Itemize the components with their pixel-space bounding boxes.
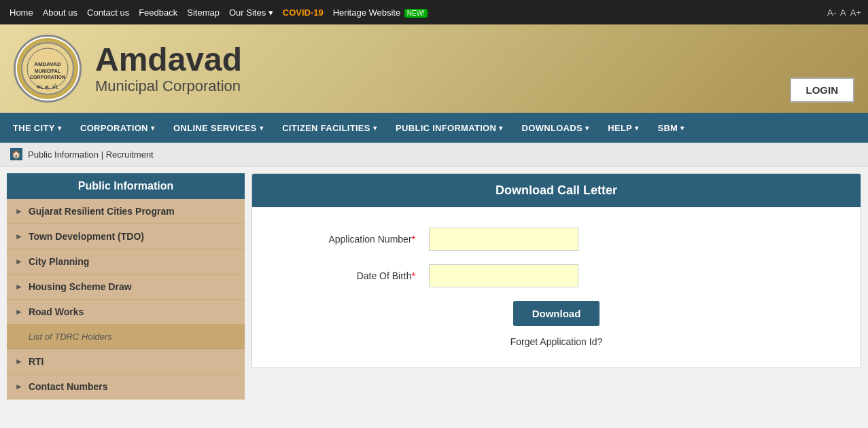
nav-feedback[interactable]: Feedback bbox=[136, 7, 180, 18]
chevron-right-icon: ► bbox=[15, 257, 23, 266]
chevron-right-icon: ► bbox=[15, 307, 23, 317]
nav-public-information[interactable]: PUBLIC INFORMATION ▾ bbox=[386, 113, 512, 143]
nav-covid[interactable]: COVID-19 bbox=[280, 7, 326, 18]
nav-the-city[interactable]: THE CITY ▾ bbox=[3, 113, 71, 143]
main-navigation: THE CITY ▾ CORPORATION ▾ ONLINE SERVICES… bbox=[0, 113, 868, 143]
sidebar-item-town-development[interactable]: ► Town Development (TDO) bbox=[7, 224, 245, 249]
date-of-birth-label: Date Of Birth* bbox=[279, 270, 415, 281]
application-number-row: Application Number* bbox=[279, 228, 833, 251]
nav-about[interactable]: About us bbox=[40, 7, 80, 18]
form-card: Download Call Letter Application Number*… bbox=[251, 173, 861, 368]
sidebar-item-label: Road Works bbox=[29, 306, 84, 317]
logo-inner: AMDAVAD MUNICIPAL CORPORATION અ. મ. કો. bbox=[17, 38, 78, 99]
svg-text:અ. મ. કો.: અ. મ. કો. bbox=[36, 84, 58, 90]
sidebar-item-city-planning[interactable]: ► City Planning bbox=[7, 249, 245, 274]
nav-heritage[interactable]: Heritage Website NEW! bbox=[330, 7, 430, 18]
required-marker: * bbox=[412, 270, 415, 281]
org-name: Amdavad bbox=[95, 42, 242, 78]
svg-text:AMDAVAD: AMDAVAD bbox=[34, 61, 61, 67]
forget-application-link[interactable]: Forget Application Id? bbox=[279, 336, 833, 347]
sidebar: Public Information ► Gujarat Resilient C… bbox=[7, 173, 245, 411]
application-number-input[interactable] bbox=[429, 228, 578, 251]
org-subtitle: Municipal Corporation bbox=[95, 77, 242, 95]
org-logo: AMDAVAD MUNICIPAL CORPORATION અ. મ. કો. bbox=[14, 35, 82, 103]
nav-corporation[interactable]: CORPORATION ▾ bbox=[71, 113, 164, 143]
form-title: Download Call Letter bbox=[252, 174, 861, 207]
new-badge: NEW! bbox=[404, 9, 428, 18]
chevron-right-icon: ► bbox=[15, 357, 23, 366]
top-nav-links: Home About us Contact us Feedback Sitema… bbox=[7, 7, 430, 18]
nav-help[interactable]: HELP ▾ bbox=[598, 113, 648, 143]
sidebar-item-contact-numbers[interactable]: ► Contact Numbers bbox=[7, 374, 245, 399]
form-actions: Download Forget Application Id? bbox=[279, 301, 833, 347]
sidebar-item-label: Town Development (TDO) bbox=[29, 231, 144, 242]
nav-contact[interactable]: Contact us bbox=[84, 7, 132, 18]
required-marker: * bbox=[412, 234, 415, 245]
font-increase[interactable]: A+ bbox=[850, 7, 861, 18]
main-content: Download Call Letter Application Number*… bbox=[251, 173, 861, 411]
font-normal[interactable]: A bbox=[840, 7, 846, 18]
chevron-right-icon: ► bbox=[15, 382, 23, 391]
sidebar-item-road-works[interactable]: ► Road Works bbox=[7, 300, 245, 325]
chevron-right-icon: ► bbox=[15, 207, 23, 216]
nav-online-services[interactable]: ONLINE SERVICES ▾ bbox=[164, 113, 273, 143]
nav-home[interactable]: Home bbox=[7, 7, 36, 18]
content-area: Public Information ► Gujarat Resilient C… bbox=[0, 166, 868, 418]
svg-text:MUNICIPAL: MUNICIPAL bbox=[35, 69, 61, 73]
sidebar-item-label: List of TDRC Holders bbox=[29, 332, 112, 342]
sidebar-item-housing-scheme[interactable]: ► Housing Scheme Draw bbox=[7, 274, 245, 300]
svg-text:CORPORATION: CORPORATION bbox=[30, 75, 65, 79]
download-button[interactable]: Download bbox=[513, 301, 600, 326]
breadcrumb-text: Public Information | Recruitment bbox=[28, 149, 154, 160]
chevron-right-icon: ► bbox=[15, 282, 23, 291]
form-body: Application Number* Date Of Birth* Downl… bbox=[252, 207, 861, 368]
nav-our-sites[interactable]: Our Sites ▾ bbox=[226, 7, 276, 18]
login-button[interactable]: LOGIN bbox=[790, 77, 855, 103]
sidebar-item-rti[interactable]: ► RTI bbox=[7, 349, 245, 374]
header-banner: AMDAVAD MUNICIPAL CORPORATION અ. મ. કો. … bbox=[0, 24, 868, 113]
sidebar-item-label: Contact Numbers bbox=[29, 381, 108, 392]
breadcrumb: 🏠 Public Information | Recruitment bbox=[0, 143, 868, 166]
sidebar-item-label: Housing Scheme Draw bbox=[29, 281, 132, 292]
sidebar-item-label: Gujarat Resilient Cities Program bbox=[29, 206, 175, 217]
top-navigation: Home About us Contact us Feedback Sitema… bbox=[0, 0, 868, 24]
font-size-controls: A- A A+ bbox=[827, 7, 861, 18]
application-number-label: Application Number* bbox=[279, 234, 415, 245]
nav-sbm[interactable]: SBM ▾ bbox=[648, 113, 693, 143]
date-of-birth-row: Date Of Birth* bbox=[279, 264, 833, 287]
nav-sitemap[interactable]: Sitemap bbox=[184, 7, 222, 18]
sidebar-item-label: City Planning bbox=[29, 256, 89, 267]
nav-citizen-facilities[interactable]: CITIZEN FACILITIES ▾ bbox=[273, 113, 386, 143]
chevron-right-icon: ► bbox=[15, 232, 23, 241]
header-title: Amdavad Municipal Corporation bbox=[95, 42, 242, 96]
banner-decoration bbox=[392, 24, 800, 113]
nav-downloads[interactable]: DOWNLOADS ▾ bbox=[513, 113, 599, 143]
font-decrease[interactable]: A- bbox=[827, 7, 836, 18]
date-of-birth-input[interactable] bbox=[429, 264, 578, 287]
sidebar-item-label: RTI bbox=[29, 356, 44, 367]
sidebar-item-tdrc-holders[interactable]: List of TDRC Holders bbox=[7, 325, 245, 349]
sidebar-header: Public Information bbox=[7, 173, 245, 199]
home-icon[interactable]: 🏠 bbox=[10, 148, 22, 160]
sidebar-item-gujarat-resilient[interactable]: ► Gujarat Resilient Cities Program bbox=[7, 199, 245, 224]
